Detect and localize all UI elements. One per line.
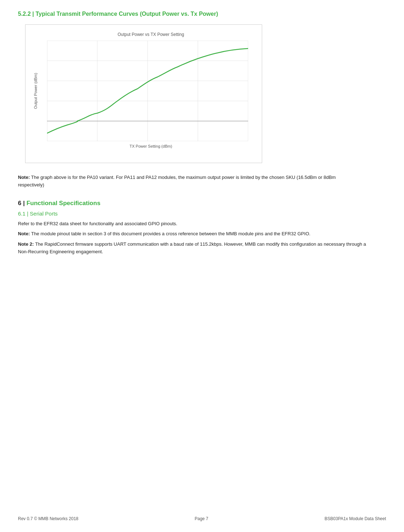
heading-highlight: Functional Specifications <box>27 200 101 207</box>
para2-note: Note: <box>18 231 31 236</box>
section-title: 5.2.2 | Typical Transmit Performance Cur… <box>18 11 386 17</box>
sub-heading: 6.1 | Serial Ports <box>18 211 386 217</box>
para3-text: The RapidConnect firmware supports UART … <box>18 241 366 254</box>
para1: Refer to the EFR32 data sheet for functi… <box>18 220 370 228</box>
heading-prefix: 6 | <box>18 200 27 207</box>
chart-area: Output Power (dBm) <box>47 41 248 141</box>
footer-right: BSB03PA1x Module Data Sheet <box>325 516 386 521</box>
note-bold: Note: <box>18 175 30 180</box>
page: Preliminary Information 5.2.2 | Typical … <box>0 0 404 532</box>
functional-heading: 6 | Functional Specifications <box>18 200 386 207</box>
y-axis-label: Output Power (dBm) <box>33 73 38 109</box>
chart-container: Output Power vs TX Power Setting Output … <box>25 24 262 163</box>
footer-center: Page 7 <box>195 516 208 521</box>
chart-svg: 20 15 10 5 0 -5 0 5 10 15 20 <box>47 41 248 141</box>
para2: Note: The module pinout table in section… <box>18 230 370 238</box>
note-text: The graph above is for the PA10 variant.… <box>18 175 336 188</box>
para3: Note 2: The RapidConnect firmware suppor… <box>18 241 370 256</box>
watermark: Preliminary Information <box>403 59 404 486</box>
chart-note: Note: The graph above is for the PA10 va… <box>18 174 359 189</box>
para3-note: Note 2: <box>18 241 35 247</box>
x-axis-label: TX Power Setting (dBm) <box>47 144 255 148</box>
footer: Rev 0.7 © MMB Networks 2018 Page 7 BSB03… <box>18 516 386 521</box>
chart-title: Output Power vs TX Power Setting <box>47 32 255 37</box>
para2-text: The module pinout table in section 3 of … <box>31 231 311 236</box>
footer-left: Rev 0.7 © MMB Networks 2018 <box>18 516 78 521</box>
